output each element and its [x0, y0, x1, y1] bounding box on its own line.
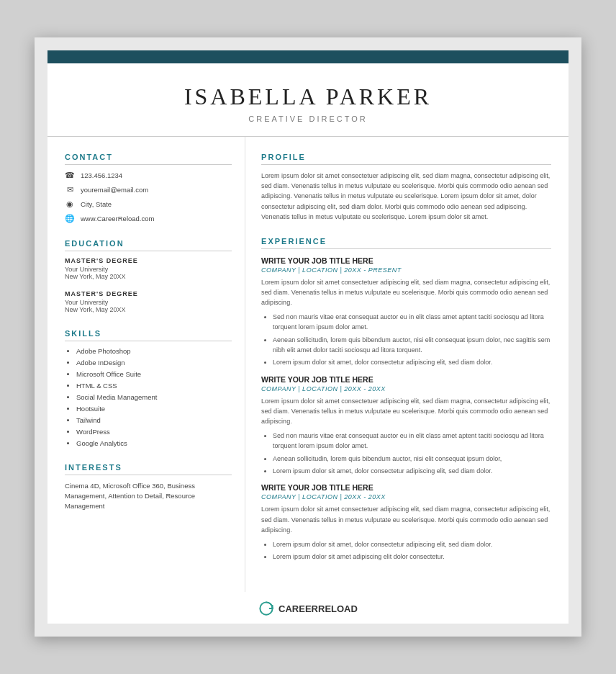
contact-website: 🌐 www.CareerReload.com — [65, 214, 232, 223]
skill-1: Adobe Photoshop — [76, 347, 232, 355]
experience-heading: EXPERIENCE — [261, 237, 551, 249]
resume-body: CONTACT ☎ 123.456.1234 ✉ youremail@email… — [47, 137, 569, 593]
brand-plain: RELOAD — [318, 603, 358, 614]
top-bar-decoration — [47, 50, 569, 63]
email-value: youremail@email.com — [81, 186, 148, 194]
job-company-1: COMPANY | LOCATION | 20XX - PRESENT — [261, 266, 551, 274]
location-value: City, State — [81, 200, 112, 208]
skill-9: Google Analytics — [76, 439, 232, 447]
interests-text: Cinema 4D, Microsoft Office 360, Busines… — [65, 481, 232, 512]
careerreload-logo-icon — [258, 601, 274, 616]
resume-document: ISABELLA PARKER CREATIVE DIRECTOR CONTAC… — [47, 50, 569, 624]
edu-location-2: New York, May 20XX — [65, 306, 232, 313]
job-title-1: WRITE YOUR JOB TITLE HERE — [261, 256, 551, 265]
location-icon: ◉ — [65, 199, 75, 209]
edu-location-1: New York, May 20XX — [65, 273, 232, 280]
phone-icon: ☎ — [65, 171, 75, 180]
candidate-title: CREATIVE DIRECTOR — [76, 114, 540, 123]
job-title-3: WRITE YOUR JOB TITLE HERE — [261, 483, 551, 492]
candidate-name: ISABELLA PARKER — [76, 84, 540, 110]
interests-heading: INTERESTS — [65, 463, 232, 475]
job-1-bullet-2: Aenean sollicitudin, lorem quis bibendum… — [273, 335, 551, 356]
contact-heading: CONTACT — [65, 153, 232, 165]
education-section: EDUCATION MASTER'S DEGREE Your Universit… — [65, 239, 232, 313]
skill-4: HTML & CSS — [76, 382, 232, 390]
contact-location: ◉ City, State — [65, 199, 232, 209]
skill-5: Social Media Management — [76, 393, 232, 401]
skill-2: Adobe InDesign — [76, 359, 232, 367]
contact-section: CONTACT ☎ 123.456.1234 ✉ youremail@email… — [65, 153, 232, 223]
edu-entry-1: MASTER'S DEGREE Your University New York… — [65, 257, 232, 280]
skill-8: WordPress — [76, 428, 232, 436]
brand-name: CAREERRELOAD — [278, 603, 358, 614]
left-column: CONTACT ☎ 123.456.1234 ✉ youremail@email… — [47, 137, 245, 593]
job-2-bullet-3: Lorem ipsum dolor sit amet, dolor consec… — [273, 466, 551, 476]
skill-3: Microsoft Office Suite — [76, 370, 232, 378]
edu-school-1: Your University — [65, 266, 232, 273]
phone-value: 123.456.1234 — [81, 171, 122, 179]
job-entry-1: WRITE YOUR JOB TITLE HERE COMPANY | LOCA… — [261, 256, 551, 368]
edu-entry-2: MASTER'S DEGREE Your University New York… — [65, 290, 232, 313]
skills-section: SKILLS Adobe Photoshop Adobe InDesign Mi… — [65, 329, 232, 447]
contact-email: ✉ youremail@email.com — [65, 185, 232, 194]
resume-header: ISABELLA PARKER CREATIVE DIRECTOR — [47, 63, 569, 137]
edu-degree-2: MASTER'S DEGREE — [65, 290, 232, 297]
job-3-bullet-1: Lorem ipsum dolor sit amet, dolor consec… — [273, 539, 551, 549]
job-1-bullet-1: Sed non mauris vitae erat consequat auct… — [273, 312, 551, 333]
job-company-2: COMPANY | LOCATION | 20XX - 20XX — [261, 385, 551, 392]
job-entry-2: WRITE YOUR JOB TITLE HERE COMPANY | LOCA… — [261, 375, 551, 477]
experience-section: EXPERIENCE WRITE YOUR JOB TITLE HERE COM… — [261, 237, 551, 562]
job-desc-3: Lorem ipsum dolor sit amet consectetuer … — [261, 504, 551, 535]
job-company-3: COMPANY | LOCATION | 20XX - 20XX — [261, 493, 551, 500]
job-1-bullet-3: Lorem ipsum dolor sit amet, dolor consec… — [273, 357, 551, 367]
job-bullets-3: Lorem ipsum dolor sit amet, dolor consec… — [261, 539, 551, 562]
job-2-bullet-2: Aenean sollicitudin, lorem quis bibendum… — [273, 454, 551, 464]
job-bullets-2: Sed non mauris vitae erat consequat auct… — [261, 431, 551, 477]
page-wrapper: ISABELLA PARKER CREATIVE DIRECTOR CONTAC… — [35, 37, 581, 637]
footer-brand: CAREERRELOAD — [47, 592, 569, 624]
skills-heading: SKILLS — [65, 329, 232, 341]
contact-phone: ☎ 123.456.1234 — [65, 171, 232, 180]
job-entry-3: WRITE YOUR JOB TITLE HERE COMPANY | LOCA… — [261, 483, 551, 562]
skills-list: Adobe Photoshop Adobe InDesign Microsoft… — [65, 347, 232, 447]
profile-heading: PROFILE — [261, 153, 551, 165]
edu-degree-1: MASTER'S DEGREE — [65, 257, 232, 264]
email-icon: ✉ — [65, 185, 75, 194]
right-column: PROFILE Lorem ipsum dolor sit amet conse… — [245, 137, 569, 593]
job-3-bullet-2: Lorem ipsum dolor sit amet adipiscing el… — [273, 552, 551, 562]
skill-6: Hootsuite — [76, 405, 232, 413]
education-heading: EDUCATION — [65, 239, 232, 251]
profile-section: PROFILE Lorem ipsum dolor sit amet conse… — [261, 153, 551, 223]
job-title-2: WRITE YOUR JOB TITLE HERE — [261, 375, 551, 384]
job-2-bullet-1: Sed non mauris vitae erat consequat auct… — [273, 431, 551, 451]
website-value: www.CareerReload.com — [81, 215, 154, 223]
profile-text: Lorem ipsum dolor sit amet consectetuer … — [261, 171, 551, 223]
interests-section: INTERESTS Cinema 4D, Microsoft Office 36… — [65, 463, 232, 512]
job-desc-1: Lorem ipsum dolor sit amet consectetuer … — [261, 277, 551, 308]
skill-7: Tailwind — [76, 416, 232, 424]
edu-school-2: Your University — [65, 299, 232, 306]
website-icon: 🌐 — [65, 214, 75, 223]
job-desc-2: Lorem ipsum dolor sit amet consectetuer … — [261, 396, 551, 427]
job-bullets-1: Sed non mauris vitae erat consequat auct… — [261, 312, 551, 368]
brand-bold: CAREER — [278, 603, 318, 614]
